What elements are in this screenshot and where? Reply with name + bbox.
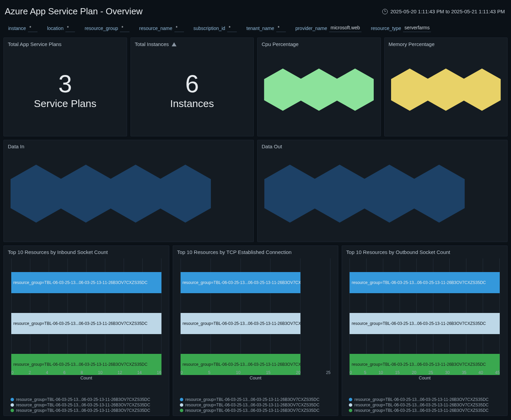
hex-cell [414, 165, 465, 223]
panel-data-out[interactable]: Data Out [257, 140, 508, 242]
hex-cell [264, 165, 315, 223]
hex-cell [300, 69, 338, 111]
panel-title: Total Instances [135, 41, 250, 47]
page-title: Azure App Service Plan - Overview [5, 6, 143, 17]
hex-cell [11, 165, 62, 223]
stat-value: 6 [185, 70, 199, 98]
bar-chart: resource_group=TBL-06-03-25-13...06-03-2… [8, 258, 165, 385]
panel-inbound[interactable]: Top 10 Resources by Inbound Socket Count… [3, 245, 169, 416]
legend-item[interactable]: resource_group=TBL-06-03-25-13...06-03-2… [11, 397, 166, 402]
panel-title: Cpu Percentage [262, 41, 376, 47]
chart-legend: resource_group=TBL-06-03-25-13...06-03-2… [11, 397, 166, 414]
chart-legend: resource_group=TBL-06-03-25-13...06-03-2… [349, 397, 504, 414]
panel-title: Memory Percentage [389, 41, 504, 47]
bar[interactable]: resource_group=TBL-06-03-25-13...06-03-2… [11, 272, 161, 293]
panel-cpu[interactable]: Cpu Percentage [257, 38, 381, 136]
dashboard-header: Azure App Service Plan - Overview 2025-0… [0, 0, 511, 23]
legend-item[interactable]: resource_group=TBL-06-03-25-13...06-03-2… [180, 397, 335, 402]
filter-subscription-id[interactable]: subscription_id * [193, 24, 237, 32]
panel-title: Data Out [262, 144, 503, 149]
legend-item[interactable]: resource_group=TBL-06-03-25-13...06-03-2… [11, 408, 166, 413]
hex-cell [336, 69, 374, 111]
filter-provider-name[interactable]: provider_name microsoft.web [295, 24, 361, 32]
legend-item[interactable]: resource_group=TBL-06-03-25-13...06-03-2… [180, 403, 335, 407]
panel-total-instances[interactable]: Total Instances 6 Instances [130, 38, 254, 136]
stat-value: 3 [58, 70, 72, 98]
hex-cell [463, 69, 501, 111]
bar-chart: resource_group=TBL-06-03-25-13...06-03-2… [177, 258, 334, 385]
filter-resource-type[interactable]: resource_type serverfarms [371, 24, 431, 32]
panel-data-in[interactable]: Data In [3, 140, 254, 242]
filter-resource-group[interactable]: resource_group * [84, 24, 129, 32]
hex-cell [110, 165, 161, 223]
time-range-text: 2025-05-20 1:11:43 PM to 2025-05-21 1:11… [390, 9, 505, 14]
bar[interactable]: resource_group=TBL-06-03-25-13...06-03-2… [350, 313, 500, 334]
panel-title: Top 10 Resources by Outbound Socket Coun… [346, 249, 503, 255]
legend-item[interactable]: resource_group=TBL-06-03-25-13...06-03-2… [349, 397, 504, 402]
panel-total-plans[interactable]: Total App Service Plans 3 Service Plans [3, 38, 127, 136]
panel-outbound[interactable]: Top 10 Resources by Outbound Socket Coun… [342, 245, 508, 416]
bar-chart: resource_group=TBL-06-03-25-13...06-03-2… [346, 258, 503, 385]
hex-cell [160, 165, 211, 223]
legend-dot-icon [180, 403, 183, 407]
stat-label: Instances [170, 98, 214, 109]
legend-dot-icon [180, 409, 183, 412]
legend-dot-icon [349, 409, 352, 412]
hex-cell [364, 165, 415, 223]
hex-cell [314, 165, 365, 223]
legend-item[interactable]: resource_group=TBL-06-03-25-13...06-03-2… [180, 408, 335, 413]
chart-legend: resource_group=TBL-06-03-25-13...06-03-2… [180, 397, 335, 414]
clock-icon [382, 9, 388, 14]
time-range-picker[interactable]: 2025-05-20 1:11:43 PM to 2025-05-21 1:11… [382, 9, 505, 14]
legend-dot-icon [11, 409, 14, 412]
panel-memory[interactable]: Memory Percentage [384, 38, 508, 136]
filter-resource-name[interactable]: resource_name * [139, 24, 184, 32]
legend-dot-icon [11, 403, 14, 407]
bar[interactable]: resource_group=TBL-06-03-25-13...06-03-2… [181, 313, 301, 334]
warning-icon [172, 42, 176, 46]
legend-dot-icon [349, 398, 352, 401]
panel-title: Top 10 Resources by TCP Established Conn… [177, 249, 334, 255]
filter-location[interactable]: location * [47, 24, 75, 32]
hex-cell [264, 69, 301, 111]
filter-instance[interactable]: instance * [8, 24, 37, 32]
panel-title: Total App Service Plans [8, 41, 123, 47]
legend-dot-icon [11, 398, 14, 401]
hex-cell [391, 69, 429, 111]
legend-dot-icon [180, 398, 183, 401]
filter-tenant-name[interactable]: tenant_name * [246, 24, 286, 32]
panel-title: Data In [8, 144, 249, 149]
bar[interactable]: resource_group=TBL-06-03-25-13...06-03-2… [181, 272, 301, 293]
bar[interactable]: resource_group=TBL-06-03-25-13...06-03-2… [350, 272, 500, 293]
panel-title: Top 10 Resources by Inbound Socket Count [8, 249, 165, 255]
panel-tcp[interactable]: Top 10 Resources by TCP Established Conn… [173, 245, 339, 416]
legend-dot-icon [349, 403, 352, 407]
legend-item[interactable]: resource_group=TBL-06-03-25-13...06-03-2… [349, 408, 504, 413]
legend-item[interactable]: resource_group=TBL-06-03-25-13...06-03-2… [349, 403, 504, 407]
variable-filters: instance * location * resource_group * r… [0, 23, 511, 38]
bar[interactable]: resource_group=TBL-06-03-25-13...06-03-2… [11, 313, 161, 334]
hex-cell [60, 165, 111, 223]
legend-item[interactable]: resource_group=TBL-06-03-25-13...06-03-2… [11, 403, 166, 407]
hex-cell [427, 69, 465, 111]
stat-label: Service Plans [34, 98, 96, 109]
